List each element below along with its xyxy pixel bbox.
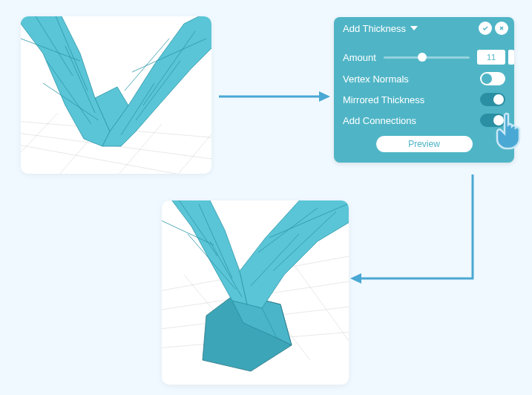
add-connections-row: Add Connections [343, 114, 505, 127]
vertex-normals-toggle[interactable] [480, 72, 505, 85]
viewport-after [162, 200, 349, 385]
option-label: Vertex Normals [343, 74, 409, 85]
amount-label: Amount [343, 52, 376, 63]
svg-line-27 [288, 256, 349, 349]
amount-input[interactable]: 11 [477, 50, 505, 65]
arrow-to-panel [219, 89, 330, 104]
option-label: Mirrored Thickness [343, 94, 424, 105]
confirm-icon[interactable] [479, 22, 492, 35]
add-thickness-panel: Add Thickness Amount 11 Vertex Normals M… [334, 17, 514, 163]
viewport-before [21, 16, 211, 174]
option-label: Add Connections [343, 115, 416, 126]
svg-line-6 [177, 131, 211, 174]
mirrored-thickness-row: Mirrored Thickness [343, 93, 505, 106]
arrow-to-result [348, 174, 511, 299]
close-icon[interactable] [495, 22, 508, 35]
amount-row: Amount 11 [343, 50, 505, 65]
svg-marker-20 [350, 273, 361, 284]
svg-marker-19 [319, 91, 330, 102]
amount-slider[interactable] [384, 56, 470, 59]
vertex-normals-row: Vertex Normals [343, 72, 505, 85]
pointer-hand-icon [490, 110, 532, 153]
preview-button[interactable]: Preview [376, 136, 473, 152]
svg-line-2 [21, 143, 211, 174]
mirrored-thickness-toggle[interactable] [480, 93, 505, 106]
panel-title: Add Thickness [343, 23, 418, 34]
